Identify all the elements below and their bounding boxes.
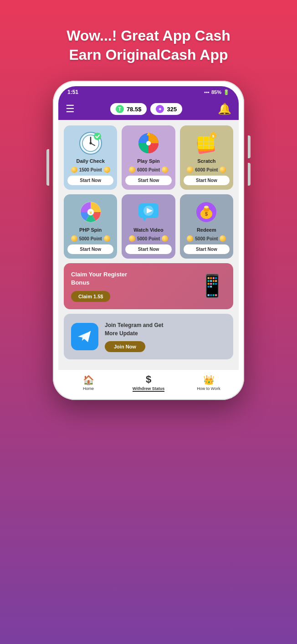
svg-text:$: $: [212, 134, 215, 138]
play-spin-button[interactable]: Start Now: [125, 176, 171, 185]
bonus-info: Claim Your RegisterBonus Claim 1.5$: [71, 270, 127, 301]
php-spin-icon: ♛: [78, 200, 103, 224]
redeem-title: Redeem: [197, 227, 216, 233]
daily-check-title: Daily Check: [76, 158, 104, 164]
coin-left4: [71, 235, 77, 242]
battery-icon: 🔋: [223, 89, 230, 95]
scratch-card[interactable]: $ Scratch 6000 Point Start Now: [180, 125, 233, 190]
scratch-points: 6000 Point: [187, 166, 226, 173]
coin-icon: T: [116, 105, 124, 113]
coin-left2: [129, 166, 135, 173]
telegram-card[interactable]: Join Telegram and GetMore Update Join No…: [64, 314, 233, 359]
header-section: Wow...! Great App Cash Earn OriginalCash…: [48, 0, 249, 81]
watch-video-card[interactable]: Watch Video 5000 Point Start Now: [122, 194, 175, 259]
bonus-title: Claim Your RegisterBonus: [71, 270, 127, 287]
scratch-icon: $: [194, 131, 219, 156]
gem-icon: ✦: [156, 105, 164, 113]
crown-icon: 👑: [203, 374, 215, 385]
coin-right2: [162, 166, 168, 173]
svg-text:♛: ♛: [89, 210, 92, 215]
watch-video-icon: [136, 200, 161, 224]
card-grid-row1: Daily Check 1500 Point Start Now: [64, 125, 233, 190]
telegram-logo: [71, 323, 98, 350]
svg-point-5: [94, 133, 101, 140]
balance-area: T 78.5$ ✦ 325: [110, 103, 182, 115]
svg-point-7: [146, 141, 151, 145]
gem-balance-pill: ✦ 325: [150, 103, 182, 115]
watch-video-title: Watch Video: [133, 227, 163, 233]
svg-rect-11: [198, 136, 214, 149]
app-bar: ☰ T 78.5$ ✦ 325 🔔: [58, 98, 239, 120]
play-spin-icon: [136, 131, 161, 156]
php-spin-card[interactable]: ♛ PHP Spin 5000 Point Start Now: [64, 194, 117, 259]
play-spin-card[interactable]: Play Spin 6000 Point Start Now: [122, 125, 175, 190]
redeem-points: 5000 Point: [187, 235, 226, 242]
telegram-info: Join Telegram and GetMore Update Join No…: [105, 321, 163, 352]
phone-frame: 1:51 ▪▪▪ 85% 🔋 ☰ T 78.5$ ✦ 325 🔔: [53, 81, 244, 400]
vol-up-button: [248, 135, 251, 158]
battery-display: 85%: [211, 89, 221, 95]
coin-balance: 78.5$: [127, 106, 142, 113]
nav-home[interactable]: 🏠 Home: [58, 374, 118, 391]
status-icons: ▪▪▪ 85% 🔋: [204, 89, 230, 95]
coin-balance-pill: T 78.5$: [110, 103, 147, 115]
header-title: Wow...! Great App Cash Earn OriginalCash…: [57, 13, 240, 73]
daily-check-points: 1500 Point: [71, 166, 110, 173]
coin-left6: [187, 235, 193, 242]
signal-icon: ▪▪▪: [204, 89, 210, 95]
notification-bell[interactable]: 🔔: [218, 103, 231, 115]
coin-right4: [104, 235, 110, 242]
scratch-button[interactable]: Start Now: [184, 176, 230, 185]
redeem-icon: $: [194, 200, 219, 224]
php-spin-points: 5000 Point: [71, 235, 110, 242]
php-spin-button[interactable]: Start Now: [67, 244, 113, 254]
scratch-title: Scratch: [197, 158, 215, 164]
svg-text:$: $: [205, 211, 208, 217]
redeem-button[interactable]: Start Now: [184, 244, 230, 254]
coin-left5: [129, 235, 135, 242]
coin-right6: [220, 235, 226, 242]
svg-marker-22: [143, 218, 146, 222]
daily-check-button[interactable]: Start Now: [67, 176, 113, 185]
content-area: Daily Check 1500 Point Start Now: [58, 120, 239, 369]
daily-check-card[interactable]: Daily Check 1500 Point Start Now: [64, 125, 117, 190]
bottom-navigation: 🏠 Home $ Withdrew Status 👑 How to Work: [58, 369, 239, 395]
play-spin-points: 6000 Point: [129, 166, 168, 173]
dollar-icon: $: [146, 374, 151, 385]
play-spin-title: Play Spin: [137, 158, 160, 164]
bonus-card[interactable]: Claim Your RegisterBonus Claim 1.5$ 📱: [64, 263, 233, 309]
svg-point-28: [204, 206, 209, 208]
daily-check-icon: [78, 131, 103, 156]
nav-withdrew-status[interactable]: $ Withdrew Status: [118, 374, 179, 392]
watch-video-points: 5000 Point: [129, 235, 168, 242]
bonus-phone-icon: 📱: [199, 273, 226, 299]
power-button: [46, 149, 49, 186]
card-grid-row2: ♛ PHP Spin 5000 Point Start Now: [64, 194, 233, 259]
coin-right: [104, 166, 110, 173]
nav-how-to-work[interactable]: 👑 How to Work: [179, 374, 239, 391]
menu-button[interactable]: ☰: [66, 103, 75, 115]
how-to-work-label: How to Work: [197, 386, 220, 391]
home-label: Home: [83, 386, 94, 391]
vol-down-button: [248, 163, 251, 186]
withdrew-label: Withdrew Status: [133, 386, 164, 392]
redeem-card[interactable]: $ Redeem 5000 Point Start Now: [180, 194, 233, 259]
time-display: 1:51: [67, 89, 78, 95]
php-spin-title: PHP Spin: [79, 227, 102, 233]
status-bar: 1:51 ▪▪▪ 85% 🔋: [58, 86, 239, 98]
home-icon: 🏠: [83, 374, 94, 385]
join-button[interactable]: Join Now: [105, 341, 145, 352]
phone-screen: 1:51 ▪▪▪ 85% 🔋 ☰ T 78.5$ ✦ 325 🔔: [58, 86, 239, 394]
telegram-title: Join Telegram and GetMore Update: [105, 321, 163, 338]
coin-left3: [187, 166, 193, 173]
coin-right3: [220, 166, 226, 173]
svg-point-4: [89, 142, 92, 145]
watch-video-button[interactable]: Start Now: [125, 244, 171, 254]
gem-balance: 325: [167, 106, 177, 113]
coin-left: [71, 166, 77, 173]
claim-button[interactable]: Claim 1.5$: [71, 291, 110, 302]
coin-right5: [162, 235, 168, 242]
